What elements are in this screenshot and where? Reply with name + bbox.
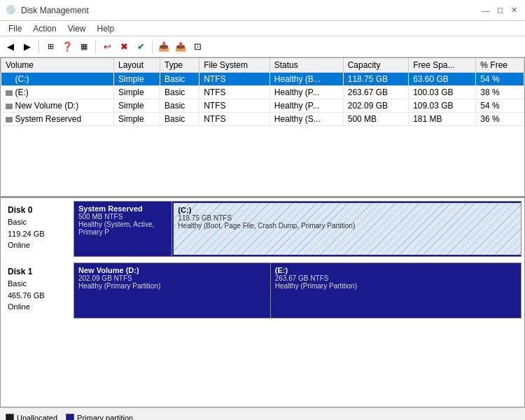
cell-type: Basic bbox=[160, 113, 199, 126]
window-controls: — ◻ ✕ bbox=[480, 5, 519, 16]
partition-size: 202.09 GB NTFS bbox=[78, 274, 266, 282]
col-pct-free: % Free bbox=[476, 58, 524, 73]
partition-1-1[interactable]: (E:) 263.67 GB NTFS Healthy (Primary Par… bbox=[271, 263, 521, 318]
partition-title: New Volume (D:) bbox=[78, 266, 266, 274]
close-button[interactable]: ✕ bbox=[508, 5, 519, 16]
cell-capacity: 500 MB bbox=[343, 113, 408, 126]
cell-fs: NTFS bbox=[200, 113, 270, 126]
cell-status: Healthy (S... bbox=[270, 113, 343, 126]
col-status: Status bbox=[270, 58, 343, 73]
delete-button[interactable]: ✖ bbox=[116, 39, 132, 55]
partition-0-1[interactable]: (C:) 118.75 GB NTFS Healthy (Boot, Page … bbox=[172, 202, 521, 256]
col-free: Free Spa... bbox=[409, 58, 476, 73]
volume-table-panel: Volume Layout Type File System Status Ca… bbox=[1, 58, 524, 198]
disk-map-panel: Disk 0Basic119.24 GBOnline System Reserv… bbox=[1, 198, 524, 407]
forward-button[interactable]: ▶ bbox=[20, 39, 35, 55]
cell-layout: Simple bbox=[113, 73, 160, 86]
partition-size: 118.75 GB NTFS bbox=[178, 214, 517, 222]
cell-volume: System Reserved bbox=[1, 113, 114, 126]
legend-unallocated-box bbox=[6, 414, 14, 421]
check-button[interactable]: ✔ bbox=[133, 39, 148, 55]
cell-type: Basic bbox=[160, 99, 199, 113]
cell-free: 100.03 GB bbox=[409, 86, 476, 99]
cell-fs: NTFS bbox=[200, 73, 270, 86]
cell-type: Basic bbox=[160, 73, 199, 86]
restore-button[interactable]: ◻ bbox=[494, 5, 505, 16]
legend-bar: Unallocated Primary partition bbox=[0, 407, 525, 420]
cell-pct-free: 54 % bbox=[476, 73, 524, 86]
cell-status: Healthy (P... bbox=[270, 99, 343, 113]
export-button[interactable]: 📤 bbox=[173, 39, 188, 55]
col-volume: Volume bbox=[1, 58, 114, 73]
cell-free: 181 MB bbox=[409, 113, 476, 126]
partition-title: (E:) bbox=[275, 266, 517, 274]
disk-row: Disk 0Basic119.24 GBOnline System Reserv… bbox=[4, 201, 522, 257]
back-button[interactable]: ◀ bbox=[3, 39, 18, 55]
legend-unallocated-label: Unallocated bbox=[17, 414, 57, 421]
toolbar-separator-2 bbox=[95, 41, 96, 53]
volume-icon bbox=[6, 104, 13, 109]
menu-file[interactable]: File bbox=[3, 22, 27, 35]
cell-pct-free: 54 % bbox=[476, 99, 524, 113]
cell-pct-free: 36 % bbox=[476, 113, 524, 126]
partition-size: 500 MB NTFS bbox=[78, 213, 167, 220]
disk-info-1: Disk 1Basic465.76 GBOnline bbox=[4, 262, 74, 318]
legend-primary: Primary partition bbox=[66, 414, 133, 421]
cell-volume: (C:) bbox=[1, 73, 114, 86]
legend-unallocated: Unallocated bbox=[6, 414, 57, 421]
cell-volume: New Volume (D:) bbox=[1, 99, 114, 113]
disk-partitions-0: System Reserved 500 MB NTFS Healthy (Sys… bbox=[74, 201, 522, 257]
cell-free: 63.60 GB bbox=[409, 73, 476, 86]
cell-fs: NTFS bbox=[200, 99, 270, 113]
properties-button[interactable]: ⊡ bbox=[190, 39, 205, 55]
partition-0-0[interactable]: System Reserved 500 MB NTFS Healthy (Sys… bbox=[74, 202, 172, 256]
disk-row: Disk 1Basic465.76 GBOnline New Volume (D… bbox=[4, 262, 522, 318]
partition-title: System Reserved bbox=[78, 204, 167, 213]
cell-layout: Simple bbox=[113, 86, 160, 99]
view-button[interactable]: ▦ bbox=[76, 39, 92, 55]
grid-button[interactable]: ⊞ bbox=[43, 39, 58, 55]
col-layout: Layout bbox=[113, 58, 160, 73]
help-button[interactable]: ❓ bbox=[59, 39, 75, 55]
table-row[interactable]: (C:) Simple Basic NTFS Healthy (B... 118… bbox=[1, 73, 524, 86]
volume-icon bbox=[6, 90, 13, 96]
col-capacity: Capacity bbox=[343, 58, 408, 73]
col-type: Type bbox=[160, 58, 199, 73]
table-row[interactable]: System Reserved Simple Basic NTFS Health… bbox=[1, 113, 524, 126]
menu-view[interactable]: View bbox=[62, 22, 92, 35]
cell-status: Healthy (P... bbox=[270, 86, 343, 99]
toolbar-separator-1 bbox=[38, 41, 39, 53]
cell-type: Basic bbox=[160, 86, 199, 99]
toolbar: ◀ ▶ ⊞ ❓ ▦ ↩ ✖ ✔ 📥 📤 ⊡ bbox=[0, 36, 525, 57]
toolbar-separator-3 bbox=[152, 41, 153, 53]
import-button[interactable]: 📥 bbox=[156, 39, 172, 55]
legend-primary-box bbox=[66, 414, 74, 421]
title-bar: 💿 Disk Management — ◻ ✕ bbox=[0, 0, 525, 21]
col-filesystem: File System bbox=[200, 58, 270, 73]
menu-help[interactable]: Help bbox=[92, 22, 120, 35]
app-icon: 💿 bbox=[6, 5, 17, 16]
partition-1-0[interactable]: New Volume (D:) 202.09 GB NTFS Healthy (… bbox=[74, 263, 271, 318]
partition-status: Healthy (System, Active, Primary P bbox=[78, 220, 167, 236]
partition-status: Healthy (Primary Partition) bbox=[275, 282, 517, 290]
menu-bar: File Action View Help bbox=[0, 21, 525, 36]
cell-capacity: 118.75 GB bbox=[343, 73, 408, 86]
volume-table: Volume Layout Type File System Status Ca… bbox=[1, 58, 524, 126]
cell-status: Healthy (B... bbox=[270, 73, 343, 86]
partition-title: (C:) bbox=[178, 206, 517, 214]
volume-icon bbox=[6, 77, 13, 83]
menu-action[interactable]: Action bbox=[27, 22, 62, 35]
volume-icon bbox=[6, 117, 13, 122]
undo-button[interactable]: ↩ bbox=[99, 39, 115, 55]
minimize-button[interactable]: — bbox=[480, 5, 491, 16]
partition-size: 263.67 GB NTFS bbox=[275, 274, 517, 282]
cell-layout: Simple bbox=[113, 99, 160, 113]
table-row[interactable]: (E:) Simple Basic NTFS Healthy (P... 263… bbox=[1, 86, 524, 99]
disk-info-0: Disk 0Basic119.24 GBOnline bbox=[4, 201, 74, 257]
table-row[interactable]: New Volume (D:) Simple Basic NTFS Health… bbox=[1, 99, 524, 113]
partition-status: Healthy (Boot, Page File, Crash Dump, Pr… bbox=[178, 222, 517, 230]
partition-status: Healthy (Primary Partition) bbox=[78, 282, 266, 290]
cell-capacity: 263.67 GB bbox=[343, 86, 408, 99]
cell-capacity: 202.09 GB bbox=[343, 99, 408, 113]
legend-primary-label: Primary partition bbox=[77, 414, 133, 421]
